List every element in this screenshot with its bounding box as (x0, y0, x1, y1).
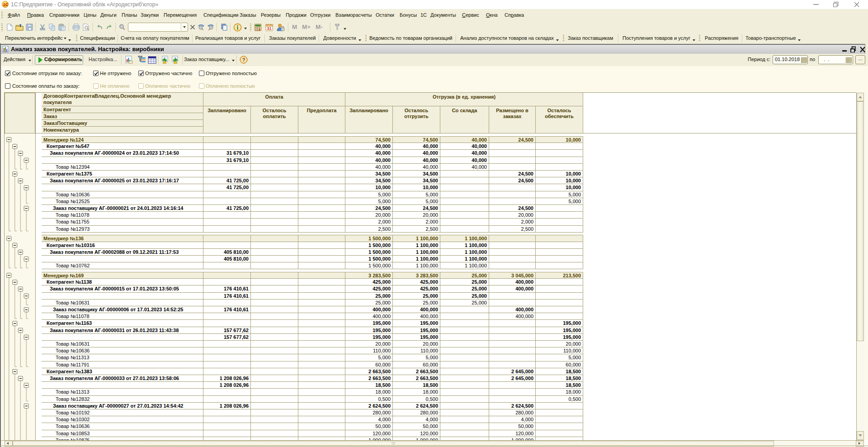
svg-text:?: ? (242, 57, 245, 62)
svg-text:31: 31 (267, 26, 271, 31)
